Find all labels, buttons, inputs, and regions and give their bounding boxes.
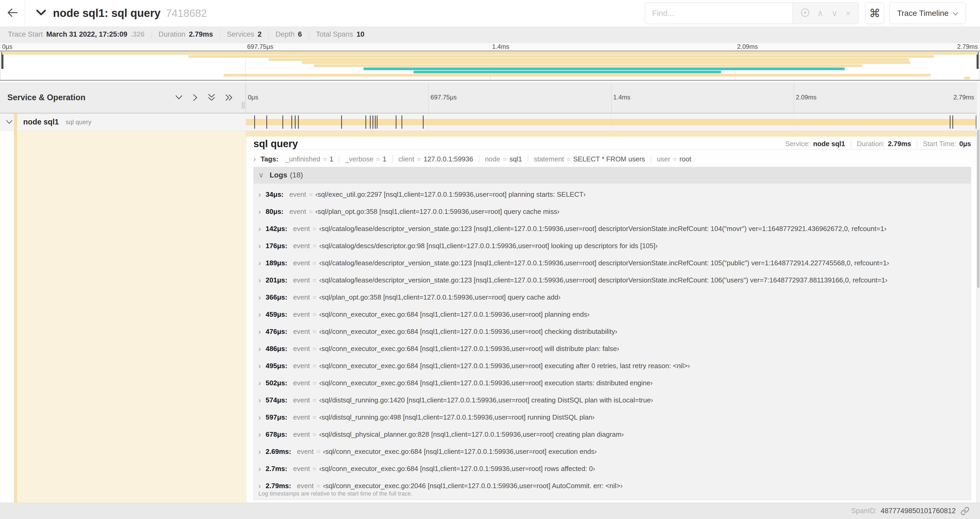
scrollbar-thumb[interactable]: [977, 130, 980, 288]
log-row[interactable]: ›2.7ms:event=‹sql/conn_executor_exec.go:…: [254, 460, 971, 477]
log-marker-tick: [370, 115, 371, 129]
trace-collapse-chevron[interactable]: [36, 9, 46, 17]
log-field-value: ‹sql/catalog/lease/descriptor_version_st…: [319, 259, 889, 267]
timeline-gridline: [428, 113, 429, 131]
expand-all-icon[interactable]: [225, 94, 234, 102]
log-field-key: event: [289, 208, 306, 216]
log-field-value: ‹sql/distsql_running.go:498 [nsql1,clien…: [319, 413, 595, 422]
meta-label: Duration:: [857, 140, 885, 148]
log-field-value: ‹sql/conn_executor_exec.go:684 [nsql1,cl…: [323, 447, 597, 456]
minimap-span-bar: [224, 74, 931, 77]
span-operation-name: sql query: [65, 118, 91, 126]
keyboard-shortcuts-button[interactable]: ⌘: [865, 2, 884, 24]
summary-value: March 31 2022, 17:25:09: [46, 30, 127, 38]
log-row[interactable]: ›502μs:event=‹sql/conn_executor_exec.go:…: [254, 374, 971, 391]
log-row[interactable]: ›597μs:event=‹sql/distsql_running.go:498…: [254, 409, 971, 426]
log-row[interactable]: ›176μs:event=‹sql/catalog/descs/descript…: [254, 237, 971, 254]
log-equals: =: [312, 276, 317, 284]
chevron-right-icon: ›: [258, 345, 261, 353]
collapse-all-icon[interactable]: [208, 93, 215, 102]
log-row[interactable]: ›495μs:event=‹sql/conn_executor_exec.go:…: [254, 357, 971, 374]
chevron-right-icon: ›: [258, 465, 261, 473]
log-field-key: event: [293, 327, 310, 336]
back-button[interactable]: [0, 0, 25, 26]
log-marker-tick: [282, 115, 283, 129]
log-row[interactable]: ›34μs:event=‹sql/exec_util.go:2297 [nsql…: [254, 186, 971, 203]
chevron-right-icon: ›: [258, 482, 261, 490]
log-field-value: ‹sql/conn_executor_exec.go:684 [nsql1,cl…: [319, 379, 653, 387]
view-dropdown-button[interactable]: Trace Timeline: [889, 2, 966, 24]
log-field-key: event: [293, 293, 310, 302]
next-result-icon[interactable]: ∨: [831, 9, 837, 18]
trace-summary-items: Trace StartMarch 31 2022, 17:25:09.326Du…: [8, 30, 364, 39]
log-row[interactable]: ›476μs:event=‹sql/conn_executor_exec.go:…: [254, 323, 971, 340]
span-row-label-cell: node sql1 sql query: [0, 113, 246, 131]
log-field-value: ‹sql/exec_util.go:2297 [nsql1,client=127…: [315, 190, 585, 199]
summary-item: Total Spans10: [316, 30, 364, 38]
summary-value: 2: [258, 30, 262, 38]
chevron-right-icon: ›: [258, 225, 261, 233]
ruler-tick-label: 0μs: [0, 43, 13, 50]
log-row[interactable]: ›2.69ms:event=‹sql/conn_executor_exec.go…: [254, 443, 971, 460]
trace-id: 7418682: [166, 7, 207, 19]
log-field-key: event: [293, 430, 310, 439]
meta-label: Start Time:: [923, 140, 956, 148]
chevron-right-icon: ›: [258, 277, 261, 284]
timeline-minimap[interactable]: [0, 51, 980, 81]
tag-key: _unfinished: [285, 155, 320, 163]
locate-icon[interactable]: [801, 8, 809, 18]
log-row[interactable]: ›486μs:event=‹sql/conn_executor_exec.go:…: [254, 340, 971, 357]
summary-value: 10: [356, 30, 364, 38]
log-row[interactable]: ›142μs:event=‹sql/catalog/lease/descript…: [254, 220, 971, 237]
chevron-right-icon: ›: [258, 242, 261, 250]
link-icon[interactable]: [961, 506, 969, 516]
chevron-right-icon: ›: [258, 260, 261, 267]
summary-label: Duration: [159, 30, 186, 38]
log-row[interactable]: ›80μs:event=‹sql/plan_opt.go:358 [nsql1,…: [254, 203, 971, 220]
log-row[interactable]: ›678μs:event=‹sql/distsql_physical_plann…: [254, 426, 971, 443]
log-timestamp: 678μs:: [266, 430, 287, 439]
log-field-value: ‹sql/conn_executor_exec.go:684 [nsql1,cl…: [319, 465, 595, 473]
summary-item: Duration2.79ms: [159, 30, 213, 38]
minimap-span-bar: [188, 55, 934, 58]
log-field-value: ‹sql/catalog/lease/descriptor_version_st…: [319, 276, 888, 284]
log-row[interactable]: ›189μs:event=‹sql/catalog/lease/descript…: [254, 254, 971, 271]
log-timestamp: 486μs:: [266, 345, 287, 353]
find-input[interactable]: [645, 2, 792, 24]
log-field-value: ‹sql/distsql_physical_planner.go:828 [ns…: [319, 430, 624, 439]
span-row-timeline-cell[interactable]: [246, 113, 976, 131]
log-equals: =: [312, 413, 317, 422]
tag-equals: =: [673, 155, 677, 163]
detail-footer-band: SpanID: 4877749850101760812: [0, 503, 980, 519]
collapse-one-icon[interactable]: [175, 95, 183, 101]
expand-one-icon[interactable]: [192, 94, 198, 102]
chevron-down-icon[interactable]: [6, 120, 13, 125]
logs-header[interactable]: ∨ Logs (18): [254, 167, 971, 183]
top-bar-actions: ∧ ∨ × ⌘ Trace Timeline: [645, 2, 966, 24]
log-row[interactable]: ›201μs:event=‹sql/catalog/lease/descript…: [254, 271, 971, 289]
ruler-tick-label: 2.09ms: [794, 94, 817, 101]
log-field-value: ‹sql/conn_executor_exec.go:684 [nsql1,cl…: [319, 327, 617, 336]
log-timestamp: 366μs:: [266, 293, 287, 302]
column-resizer-handle[interactable]: [242, 102, 245, 109]
log-equals: =: [309, 190, 313, 199]
ruler-tick-label: 1.4ms: [490, 43, 509, 50]
vertical-scrollbar[interactable]: [976, 82, 980, 503]
tags-row[interactable]: › Tags: _unfinished=1_verbose=1client=12…: [253, 153, 971, 165]
log-timestamp: 574μs:: [266, 396, 287, 404]
ruler-tick-label: 2.79ms: [957, 43, 980, 50]
log-marker-tick: [423, 115, 423, 129]
span-row[interactable]: node sql1 sql query: [0, 113, 980, 131]
summary-label: Total Spans: [316, 30, 353, 38]
summary-separator: [151, 30, 152, 39]
log-field-key: event: [297, 482, 314, 490]
tag-item: _verbose=1: [345, 155, 387, 163]
log-row[interactable]: ›574μs:event=‹sql/distsql_running.go:142…: [254, 391, 971, 409]
detail-meta: Service:node sql1Duration:2.79msStart Ti…: [785, 140, 971, 148]
log-row[interactable]: ›366μs:event=‹sql/plan_opt.go:358 [nsql1…: [254, 289, 971, 306]
chevron-down-icon: [953, 9, 958, 18]
log-row[interactable]: ›459μs:event=‹sql/conn_executor_exec.go:…: [254, 306, 971, 323]
prev-result-icon[interactable]: ∧: [817, 9, 823, 18]
detail-row-tint: [17, 131, 246, 503]
clear-search-icon[interactable]: ×: [846, 9, 851, 18]
